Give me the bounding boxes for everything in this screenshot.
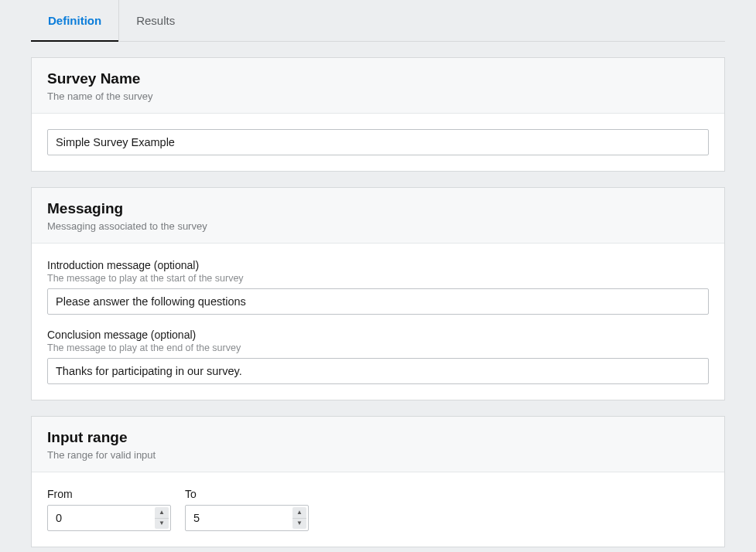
from-step-up-icon[interactable]: ▲ (155, 507, 169, 519)
tabs-bar: Definition Results (31, 0, 725, 42)
tab-definition[interactable]: Definition (31, 0, 119, 41)
from-step-down-icon[interactable]: ▼ (155, 519, 169, 530)
tab-results[interactable]: Results (119, 0, 192, 41)
survey-name-header: Survey Name The name of the survey (32, 58, 724, 114)
to-step-down-icon[interactable]: ▼ (292, 519, 306, 530)
messaging-subtitle: Messaging associated to the survey (47, 220, 709, 232)
survey-name-input[interactable] (47, 129, 709, 155)
messaging-title: Messaging (47, 200, 709, 217)
from-stepper: ▲ ▼ (47, 505, 171, 531)
input-range-row: From ▲ ▼ To ▲ ▼ (47, 488, 709, 531)
to-stepper: ▲ ▼ (185, 505, 309, 531)
to-label: To (185, 488, 309, 500)
messaging-panel: Messaging Messaging associated to the su… (31, 187, 725, 400)
survey-name-subtitle: The name of the survey (47, 90, 709, 102)
to-input[interactable] (185, 505, 309, 531)
page-container: Definition Results Survey Name The name … (0, 0, 756, 547)
to-stepper-buttons: ▲ ▼ (292, 507, 306, 529)
input-range-panel: Input range The range for valid input Fr… (31, 416, 725, 547)
input-range-title: Input range (47, 429, 709, 446)
from-input[interactable] (47, 505, 171, 531)
input-range-body: From ▲ ▼ To ▲ ▼ (32, 472, 724, 547)
to-column: To ▲ ▼ (185, 488, 309, 531)
input-range-header: Input range The range for valid input (32, 417, 724, 472)
from-label: From (47, 488, 171, 500)
conclusion-label: Conclusion message (optional) (47, 329, 709, 341)
conclusion-message-input[interactable] (47, 358, 709, 384)
from-stepper-buttons: ▲ ▼ (155, 507, 169, 529)
messaging-header: Messaging Messaging associated to the su… (32, 188, 724, 244)
survey-name-title: Survey Name (47, 70, 709, 87)
survey-name-body (32, 114, 724, 171)
input-range-subtitle: The range for valid input (47, 449, 709, 461)
survey-name-panel: Survey Name The name of the survey (31, 57, 725, 172)
intro-label: Introduction message (optional) (47, 259, 709, 271)
from-column: From ▲ ▼ (47, 488, 171, 531)
intro-message-input[interactable] (47, 288, 709, 315)
to-step-up-icon[interactable]: ▲ (292, 507, 306, 519)
conclusion-field-group: Conclusion message (optional) The messag… (47, 329, 709, 384)
intro-field-group: Introduction message (optional) The mess… (47, 259, 709, 315)
conclusion-hint: The message to play at the end of the su… (47, 342, 709, 353)
intro-hint: The message to play at the start of the … (47, 273, 709, 284)
messaging-body: Introduction message (optional) The mess… (32, 244, 724, 400)
